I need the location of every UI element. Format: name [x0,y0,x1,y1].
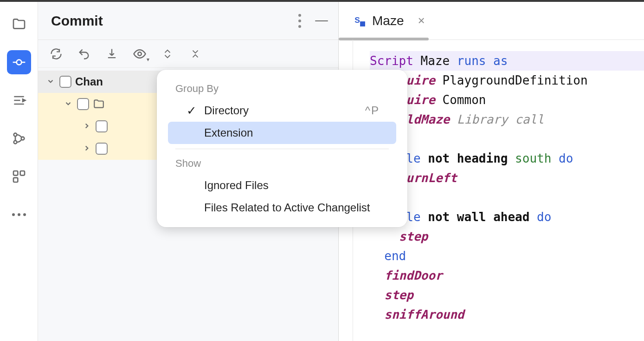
svg-point-0 [16,60,21,65]
editor-tab-bar: S Maze × [339,2,644,40]
code-token: findDoor [384,269,442,282]
code-token: not heading [421,151,508,165]
collapse-all-button[interactable] [187,46,203,62]
svg-point-3 [21,137,24,140]
code-token: end [384,249,406,263]
rollback-button[interactable] [76,46,92,62]
tab-close-button[interactable]: × [418,13,425,28]
svg-rect-9 [360,21,365,26]
code-token: Maze [413,54,457,68]
menu-divider [175,149,389,149]
code-hint: Library call [450,112,544,126]
chevron-down-icon[interactable] [46,77,56,87]
menu-item-label: Files Related to Active Changelist [204,201,370,214]
menu-item-label: Directory [204,104,249,117]
commit-tool-button[interactable] [7,50,31,74]
more-tools-button[interactable] [7,203,31,227]
svg-point-7 [138,52,142,56]
expand-all-button[interactable] [160,46,175,62]
structure-tool-button[interactable] [7,164,31,189]
view-options-button[interactable]: ▾ [132,46,148,62]
code-token: south [508,151,551,165]
code-token: sniffAround [384,308,464,321]
code-token: runs as [457,54,508,68]
code-token: Script [370,54,413,68]
svg-point-1 [13,133,17,137]
todo-tool-button[interactable] [7,88,31,112]
chevron-right-icon[interactable] [83,144,92,154]
svg-rect-5 [20,171,24,175]
code-token: turnLeft [399,171,457,185]
changelist-checkbox[interactable] [59,76,71,88]
menu-item-ignored-files[interactable]: Ignored Files [168,174,396,197]
tab-label[interactable]: Maze [372,13,404,28]
left-tool-rail [0,2,38,341]
menu-item-directory[interactable]: ✓ Directory ^P [168,99,396,122]
svg-rect-4 [13,171,18,175]
svg-point-2 [13,141,17,144]
menu-item-related-files[interactable]: Files Related to Active Changelist [168,197,396,219]
folder-icon [93,98,105,110]
hide-panel-button[interactable] [315,20,328,21]
folder-checkbox[interactable] [96,143,108,155]
svg-text:S: S [354,15,360,25]
menu-item-shortcut: ^P [365,104,380,117]
git-tool-button[interactable] [7,126,31,151]
commit-panel-header: Commit [38,2,338,40]
file-type-icon: S [354,15,366,27]
code-token: do [551,151,573,165]
shelve-button[interactable] [104,46,120,62]
panel-options-button[interactable] [298,14,301,28]
view-options-menu: Group By ✓ Directory ^P Extension Show I… [157,70,407,227]
code-token: step [384,288,413,302]
svg-rect-6 [13,178,18,182]
folder-checkbox[interactable] [96,120,108,132]
commit-panel-title: Commit [51,13,103,29]
code-token: Common [435,93,486,107]
code-token: step [399,230,428,243]
changelist-label: Chan [75,75,103,88]
refresh-button[interactable] [48,46,64,62]
chevron-down-icon[interactable] [64,99,73,109]
commit-panel: Commit ▾ Chan [38,2,339,341]
code-token: do [529,210,551,224]
menu-item-label: Ignored Files [204,179,269,192]
menu-section-group-by: Group By [157,79,407,99]
menu-section-show: Show [157,154,407,174]
check-icon: ✓ [187,104,200,118]
menu-item-label: Extension [204,126,253,139]
code-token: not wall ahead [421,210,530,224]
folder-checkbox[interactable] [77,98,89,110]
code-token: PlaygroundDefinition [435,73,588,87]
menu-item-extension[interactable]: Extension [168,122,396,144]
chevron-right-icon[interactable] [83,122,92,131]
commit-toolbar: ▾ [38,40,338,68]
project-tool-button[interactable] [7,12,31,36]
